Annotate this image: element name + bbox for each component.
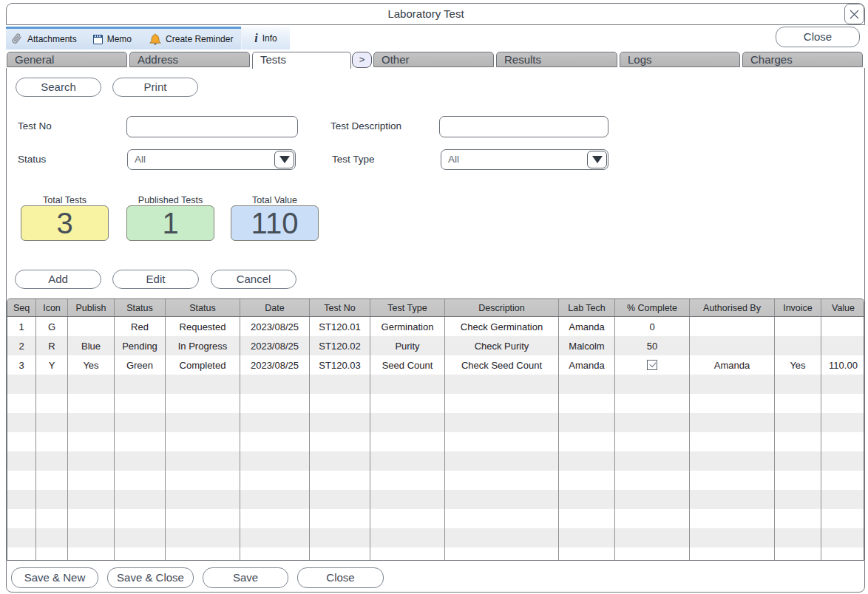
table-cell xyxy=(240,375,310,394)
table-cell: Amanda xyxy=(690,355,775,375)
table-cell xyxy=(36,394,68,413)
table-cell xyxy=(36,432,68,451)
chevron-down-icon xyxy=(279,156,290,163)
table-cell xyxy=(370,432,445,451)
table-cell xyxy=(166,471,240,490)
table-cell xyxy=(36,547,68,560)
save-button[interactable]: Save xyxy=(203,567,288,588)
save-and-new-button[interactable]: Save & New xyxy=(11,567,98,588)
table-row[interactable]: 1GRedRequested2023/08/25ST120.01Germinat… xyxy=(7,317,864,336)
table-cell xyxy=(821,432,864,451)
toolbar-info-button[interactable]: i Info xyxy=(250,27,281,50)
cancel-button[interactable]: Cancel xyxy=(211,270,296,289)
table-cell xyxy=(615,490,690,509)
table-cell: Check Seed Count xyxy=(445,355,559,375)
table-cell xyxy=(690,509,775,528)
table-cell xyxy=(445,547,559,560)
table-cell: Yes xyxy=(775,355,821,375)
tab-charges[interactable]: Charges xyxy=(742,52,863,67)
title-bar: Laboratory Test xyxy=(6,3,865,25)
table-cell: 2023/08/25 xyxy=(240,355,310,375)
close-button-top[interactable]: Close xyxy=(776,27,860,47)
column-header-status[interactable]: Status xyxy=(115,299,166,316)
tab-address[interactable]: Address xyxy=(129,52,250,67)
column-header-lab-tech[interactable]: Lab Tech xyxy=(559,299,615,316)
tab-other[interactable]: Other xyxy=(373,52,494,67)
table-cell xyxy=(115,394,166,413)
column-header-publish[interactable]: Publish xyxy=(68,299,115,316)
close-button-bottom[interactable]: Close xyxy=(297,567,384,588)
column-header-value[interactable]: Value xyxy=(821,299,864,316)
table-cell xyxy=(310,394,370,413)
table-cell xyxy=(370,451,445,471)
column-header-status[interactable]: Status xyxy=(166,299,240,316)
column-header-test-no[interactable]: Test No xyxy=(310,299,370,316)
toolbar-attachments-button[interactable]: Attachments xyxy=(6,29,84,50)
table-cell: Germination xyxy=(370,317,445,336)
search-button[interactable]: Search xyxy=(16,78,101,97)
column-header-test-type[interactable]: Test Type xyxy=(370,299,445,316)
print-button[interactable]: Print xyxy=(112,78,198,97)
table-cell xyxy=(36,375,68,394)
table-cell xyxy=(166,394,240,413)
column-header-invoice[interactable]: Invoice xyxy=(775,299,821,316)
status-dropdown-button[interactable] xyxy=(274,151,294,168)
laboratory-test-window: Laboratory Test Attachments Memo xyxy=(6,3,865,593)
tab-logs[interactable]: Logs xyxy=(620,52,740,67)
table-cell xyxy=(240,451,310,471)
tab-results[interactable]: Results xyxy=(496,52,617,67)
toolbar-create-reminder-button[interactable]: Create Reminder xyxy=(140,29,242,50)
add-button[interactable]: Add xyxy=(15,270,101,289)
tab-overflow-button[interactable]: > xyxy=(352,52,372,68)
edit-button[interactable]: Edit xyxy=(112,270,199,289)
table-cell xyxy=(68,528,115,547)
column-header-authorised-by[interactable]: Authorised By xyxy=(690,299,775,316)
column-header-seq[interactable]: Seq xyxy=(7,299,36,316)
table-cell xyxy=(775,432,821,451)
toolbar-memo-button[interactable]: Memo xyxy=(84,29,140,50)
table-cell xyxy=(310,490,370,509)
tab-general[interactable]: General xyxy=(7,52,127,67)
tab-tests[interactable]: Tests xyxy=(252,52,351,69)
table-cell xyxy=(559,394,615,413)
total-value-value: 110 xyxy=(231,206,318,240)
close-x-icon xyxy=(850,10,859,19)
memo-icon xyxy=(93,35,103,44)
test-description-input[interactable] xyxy=(439,116,608,137)
column-header-date[interactable]: Date xyxy=(240,299,310,316)
table-empty-row xyxy=(7,451,864,471)
window-close-button[interactable] xyxy=(844,4,864,24)
table-row[interactable]: 3YYesGreenCompleted2023/08/25ST120.03See… xyxy=(7,355,864,375)
complete-checkbox-checked[interactable] xyxy=(647,360,657,370)
table-empty-row xyxy=(7,471,864,490)
table-cell: ST120.02 xyxy=(310,336,370,355)
table-cell xyxy=(821,317,864,336)
table-cell xyxy=(240,413,310,432)
toolbar-create-reminder-label: Create Reminder xyxy=(166,34,233,44)
column-header--complete[interactable]: % Complete xyxy=(615,299,690,316)
test-type-dropdown-button[interactable] xyxy=(587,151,607,168)
table-cell xyxy=(36,528,68,547)
column-header-icon[interactable]: Icon xyxy=(36,299,68,316)
table-cell xyxy=(240,490,310,509)
toolbar-info-label: Info xyxy=(262,33,277,44)
column-header-description[interactable]: Description xyxy=(445,299,559,316)
table-cell xyxy=(615,528,690,547)
table-cell xyxy=(166,509,240,528)
table-cell: Malcolm xyxy=(559,336,615,355)
table-cell xyxy=(690,528,775,547)
table-cell xyxy=(115,490,166,509)
table-row[interactable]: 2RBluePendingIn Progress2023/08/25ST120.… xyxy=(7,336,864,355)
table-cell xyxy=(115,432,166,451)
test-no-input[interactable] xyxy=(126,116,298,137)
table-cell xyxy=(445,413,559,432)
table-cell xyxy=(115,528,166,547)
status-select[interactable]: All xyxy=(127,149,296,170)
table-cell xyxy=(68,413,115,432)
table-cell xyxy=(68,509,115,528)
table-cell xyxy=(775,509,821,528)
test-type-select[interactable]: All xyxy=(441,149,608,170)
table-cell xyxy=(690,375,775,394)
table-cell xyxy=(115,413,166,432)
save-and-close-button[interactable]: Save & Close xyxy=(107,567,194,588)
